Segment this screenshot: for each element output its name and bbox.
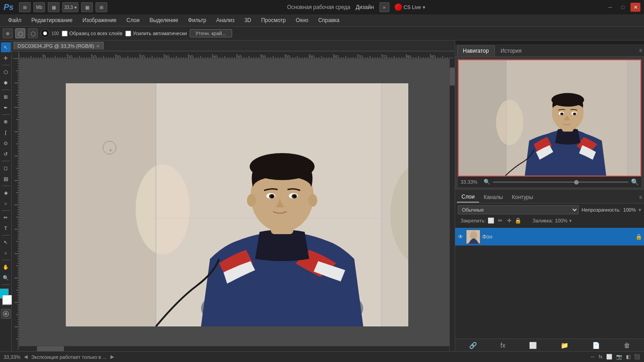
- status-icon3[interactable]: ⬜: [606, 354, 612, 360]
- h-scrollbar[interactable]: [19, 346, 449, 351]
- tool-zoom[interactable]: 🔍: [1, 273, 11, 283]
- status-icon6[interactable]: ⬛: [634, 354, 640, 360]
- enhance-auto-input[interactable]: [125, 31, 131, 36]
- canvas-tab-close[interactable]: ✕: [96, 44, 100, 49]
- svg-point-5: [136, 164, 190, 254]
- tool-crop[interactable]: ⊞: [1, 92, 11, 102]
- top-icon-2[interactable]: Mb: [33, 2, 45, 12]
- status-icon1[interactable]: ↔: [590, 354, 595, 360]
- tool-eraser[interactable]: ◻: [1, 163, 11, 173]
- svg-point-1: [5, 312, 7, 315]
- add-mask-btn[interactable]: ⬜: [527, 341, 539, 350]
- menu-view[interactable]: Просмотр: [256, 16, 290, 24]
- refine-edge-btn[interactable]: Уточн. край...: [190, 29, 232, 37]
- tool-sep-4: [2, 161, 10, 161]
- lock-brush-btn[interactable]: ✏: [497, 217, 504, 224]
- nav-zoom-thumb[interactable]: [574, 180, 579, 185]
- zoom-in-icon[interactable]: 🔍: [631, 178, 639, 186]
- sample-all-checkbox[interactable]: Образец со всех слоёв: [62, 31, 123, 36]
- menu-filter[interactable]: Фильтр: [183, 16, 210, 24]
- layers-tab[interactable]: Слои: [457, 192, 479, 203]
- canvas-tab[interactable]: DSC03634.JPG @ 33,3% (RGB/8) ✕: [14, 42, 104, 50]
- close-btn[interactable]: ✕: [630, 3, 640, 12]
- opacity-arrow[interactable]: ▾: [639, 207, 641, 213]
- tool-path-select[interactable]: ↖: [1, 237, 11, 247]
- tool-move[interactable]: ✛: [1, 53, 11, 63]
- history-tab[interactable]: История: [495, 45, 528, 56]
- status-icon4[interactable]: 📷: [616, 354, 622, 360]
- menu-layers[interactable]: Слои: [122, 16, 144, 24]
- layers-panel-close-btn[interactable]: ≡: [639, 194, 642, 200]
- tool-text[interactable]: T: [1, 223, 11, 233]
- h-scrollbar-thumb[interactable]: [37, 346, 64, 351]
- top-icon-1[interactable]: ⊞: [19, 2, 31, 12]
- new-group-btn[interactable]: 📁: [559, 341, 570, 350]
- lock-all-btn[interactable]: 🔒: [515, 217, 522, 224]
- fill-arrow[interactable]: ▾: [569, 218, 572, 224]
- tool-hand[interactable]: ✋: [1, 262, 11, 272]
- menu-analyze[interactable]: Анализ: [212, 16, 239, 24]
- v-scrollbar-thumb[interactable]: [450, 68, 455, 86]
- tool-shape[interactable]: ○: [1, 248, 11, 258]
- contours-tab[interactable]: Контуры: [507, 192, 538, 202]
- tool-eyedrop[interactable]: ✒: [1, 103, 11, 113]
- layer-lock-icon[interactable]: 🔒: [635, 234, 642, 240]
- sample-all-input[interactable]: [62, 31, 68, 36]
- tool-opt-btn2[interactable]: ◯: [15, 28, 25, 38]
- status-icon2[interactable]: fx: [598, 354, 603, 360]
- layer-item[interactable]: 👁 Фон 🔒: [455, 228, 644, 246]
- tool-opt-btn3[interactable]: ◯: [28, 28, 38, 38]
- tool-heal[interactable]: ⊕: [1, 117, 11, 127]
- menu-help[interactable]: Справка: [314, 16, 344, 24]
- delete-layer-btn[interactable]: 🗑: [622, 341, 632, 350]
- menu-3d[interactable]: 3D: [240, 16, 256, 24]
- cs-live-arrow: ▾: [423, 5, 425, 10]
- menu-edit[interactable]: Редактирование: [27, 16, 77, 24]
- nav-zoom-slider[interactable]: [493, 181, 628, 183]
- layer-visibility-icon[interactable]: 👁: [457, 234, 464, 240]
- top-icon-3[interactable]: ▦: [48, 2, 59, 12]
- tool-gradient[interactable]: ▤: [1, 174, 11, 184]
- tool-lasso[interactable]: ⬡: [1, 67, 11, 77]
- brush-size-btn[interactable]: [41, 29, 50, 38]
- top-icon-5[interactable]: ▦: [81, 2, 93, 12]
- tool-history-brush[interactable]: ↺: [1, 149, 11, 159]
- new-layer-btn[interactable]: 📄: [590, 341, 602, 350]
- navigator-tab[interactable]: Навигатор: [457, 45, 495, 56]
- status-icon5[interactable]: ◧: [626, 354, 630, 360]
- menu-image[interactable]: Изображение: [78, 16, 121, 24]
- background-color[interactable]: [2, 295, 12, 305]
- enhance-auto-checkbox[interactable]: Усилить автоматически: [125, 31, 187, 36]
- minimize-btn[interactable]: ─: [605, 3, 615, 12]
- tool-magic[interactable]: ✱: [1, 78, 11, 88]
- link-layers-btn[interactable]: 🔗: [467, 341, 479, 350]
- top-icon-4[interactable]: 33,3 ▾: [62, 2, 78, 12]
- top-icon-6[interactable]: ⊞: [96, 2, 107, 12]
- status-arrow-right[interactable]: ▶: [110, 354, 114, 360]
- cs-live-btn[interactable]: CS Live ▾: [395, 4, 426, 11]
- zoom-out-icon[interactable]: 🔍: [484, 179, 490, 185]
- blend-mode-select[interactable]: Обычные: [458, 205, 579, 214]
- design-btn[interactable]: Дизайн: [356, 4, 374, 10]
- lock-move-btn[interactable]: ✛: [506, 217, 513, 224]
- add-style-btn[interactable]: fx: [499, 341, 507, 350]
- tool-selection[interactable]: ↖: [1, 42, 11, 52]
- expand-icon[interactable]: »: [379, 2, 389, 12]
- v-scrollbar[interactable]: [449, 59, 455, 351]
- tool-brush[interactable]: ∫: [1, 127, 11, 137]
- tool-clone[interactable]: ⊙: [1, 138, 11, 148]
- lock-pixel-btn[interactable]: ⬜: [488, 217, 495, 224]
- tool-opt-btn1[interactable]: ⊕: [3, 28, 13, 38]
- nav-panel-close-btn[interactable]: ≡: [639, 47, 642, 54]
- menu-window[interactable]: Окно: [291, 16, 313, 24]
- tool-pen[interactable]: ✏: [1, 213, 11, 222]
- maximize-btn[interactable]: □: [618, 3, 628, 12]
- tool-dodge[interactable]: ○: [1, 199, 11, 208]
- quick-mask-btn[interactable]: [1, 309, 11, 319]
- status-arrow-left[interactable]: ◀: [24, 354, 27, 360]
- channels-tab[interactable]: Каналы: [479, 192, 507, 202]
- menu-file[interactable]: Файл: [4, 16, 26, 24]
- tool-blur[interactable]: ◈: [1, 188, 11, 198]
- canvas-scroll[interactable]: +: [19, 59, 455, 351]
- menu-select[interactable]: Выделение: [145, 16, 183, 24]
